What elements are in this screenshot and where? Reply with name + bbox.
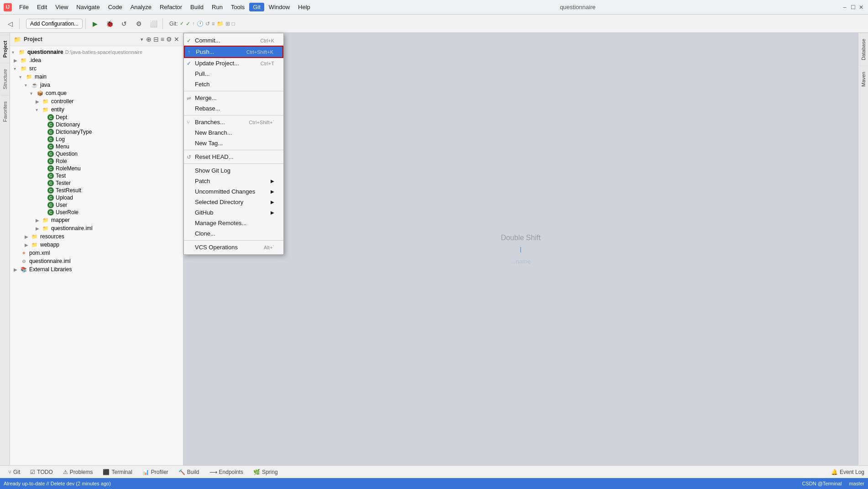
tree-class-tester[interactable]: C Tester	[10, 179, 183, 187]
close-button[interactable]: ✕	[858, 4, 864, 11]
endpoints-bottom-tab[interactable]: ⟶ Endpoints	[205, 468, 248, 476]
build-bottom-tab[interactable]: 🔨 Build	[174, 468, 204, 476]
git-menu-commit[interactable]: ✓ Commit... Ctrl+K	[184, 35, 283, 46]
profiler-bottom-tab[interactable]: 📊 Profiler	[138, 468, 173, 476]
tree-class-test[interactable]: C Test	[10, 172, 183, 179]
profile-button[interactable]: ⚙	[132, 17, 145, 30]
tree-controller-folder[interactable]: ▶ 📁 controller	[10, 97, 183, 105]
git-menu-patch[interactable]: Patch ▶	[184, 176, 283, 186]
debug-button[interactable]: 🐞	[103, 17, 116, 30]
tree-entity-folder[interactable]: ▾ 📁 entity	[10, 105, 183, 114]
favorites-tab[interactable]: Favorites	[0, 95, 10, 127]
add-configuration-button[interactable]: Add Configuration...	[26, 19, 83, 29]
menu-help[interactable]: Help	[294, 3, 314, 11]
window-title: questionnaire	[314, 4, 842, 11]
menu-analyze[interactable]: Analyze	[127, 3, 155, 11]
settings-icon[interactable]: ⚙	[166, 36, 172, 43]
tree-src-folder[interactable]: ▾ 📁 src	[10, 64, 183, 73]
menu-window[interactable]: Window	[265, 3, 293, 11]
project-root[interactable]: ▾ 📁 questionnaire D:\java-baties-space\q…	[10, 48, 183, 56]
tree-class-dictionarytype[interactable]: C DictionaryType	[10, 128, 183, 136]
menu-run[interactable]: Run	[208, 3, 226, 11]
git-menu-merge[interactable]: ⇌ Merge...	[184, 93, 283, 103]
tree-service-folder[interactable]: ▶ 📁 questionnaire.iml	[10, 224, 183, 232]
menu-navigate[interactable]: Navigate	[73, 3, 103, 11]
scroll-from-source-icon[interactable]: ⊕	[146, 36, 152, 43]
maximize-button[interactable]: ☐	[850, 4, 856, 11]
git-menu-selected-dir[interactable]: Selected Directory ▶	[184, 197, 283, 207]
collapse-icon[interactable]: ⊟	[153, 36, 159, 43]
tree-class-role[interactable]: C Role	[10, 158, 183, 165]
terminal-tab-label: Terminal	[111, 469, 132, 475]
project-panel-title: Project	[24, 36, 138, 42]
menu-view[interactable]: View	[52, 3, 72, 11]
status-branch[interactable]: master	[849, 481, 864, 486]
todo-bottom-tab[interactable]: ☑ TODO	[26, 468, 57, 476]
tree-external-libraries[interactable]: ▶ 📚 External Libraries	[10, 265, 183, 273]
tree-class-menu[interactable]: C Menu	[10, 143, 183, 150]
git-menu-branches[interactable]: ⑂ Branches... Ctrl+Shift+`	[184, 117, 283, 127]
userrole-class-icon: C	[47, 209, 54, 216]
git-menu-rebase[interactable]: Rebase...	[184, 103, 283, 114]
tree-java-folder[interactable]: ▾ ☕ java	[10, 81, 183, 89]
build-btn[interactable]: ⬜	[147, 17, 160, 30]
tree-questionnaire-iml[interactable]: ⚙ questionnaire.iml	[10, 257, 183, 265]
git-menu-reset-head[interactable]: ↺ Reset HEAD...	[184, 152, 283, 162]
tree-main-folder[interactable]: ▾ 📁 main	[10, 73, 183, 81]
new-branch-label: New Branch...	[195, 129, 232, 136]
uncommitted-arrow-icon: ▶	[271, 189, 274, 194]
project-tab[interactable]: Project	[0, 35, 10, 63]
menu-git[interactable]: Git	[249, 3, 264, 11]
tree-class-dictionary[interactable]: C Dictionary	[10, 121, 183, 128]
show-git-log-label: Show Git Log	[195, 167, 230, 174]
tree-resources-folder[interactable]: ▶ 📁 resources	[10, 232, 183, 241]
tree-class-dept[interactable]: C Dept	[10, 114, 183, 121]
menu-code[interactable]: Code	[105, 3, 126, 11]
git-menu-fetch[interactable]: Fetch	[184, 79, 283, 89]
database-tab[interactable]: Database	[859, 33, 868, 66]
menu-edit[interactable]: Edit	[33, 3, 51, 11]
filter-icon[interactable]: ≡	[161, 36, 164, 43]
toolbar-back-btn[interactable]: ◁	[4, 17, 16, 30]
menu-build[interactable]: Build	[187, 3, 207, 11]
git-menu-new-tag[interactable]: New Tag...	[184, 138, 283, 148]
event-log-button[interactable]: 🔔 Event Log	[831, 469, 864, 475]
git-menu-vcs-ops[interactable]: VCS Operations Alt+`	[184, 242, 283, 252]
tree-class-testresult[interactable]: C TestResult	[10, 187, 183, 194]
git-menu-github[interactable]: GitHub ▶	[184, 207, 283, 218]
hide-icon[interactable]: ✕	[174, 36, 179, 43]
spring-bottom-tab[interactable]: 🌿 Spring	[249, 468, 282, 476]
run-with-coverage-btn[interactable]: ↺	[118, 17, 131, 30]
git-menu-push[interactable]: ↑ Push... Ctrl+Shift+K	[184, 46, 283, 58]
tree-idea-folder[interactable]: ▶ 📁 .idea	[10, 56, 183, 64]
problems-bottom-tab[interactable]: ⚠ Problems	[58, 468, 98, 476]
git-menu-update[interactable]: ✓ Update Project... Ctrl+T	[184, 58, 283, 68]
terminal-bottom-tab[interactable]: ⬛ Terminal	[98, 468, 136, 476]
git-menu-new-branch[interactable]: New Branch...	[184, 127, 283, 138]
tree-class-upload[interactable]: C Upload	[10, 194, 183, 201]
menu-refactor[interactable]: Refactor	[156, 3, 186, 11]
menu-tools[interactable]: Tools	[227, 3, 248, 11]
git-menu-show-git-log[interactable]: Show Git Log	[184, 165, 283, 176]
git-menu-manage-remotes[interactable]: Manage Remotes...	[184, 218, 283, 228]
tree-class-log[interactable]: C Log	[10, 136, 183, 143]
menu-file[interactable]: File	[16, 3, 32, 11]
git-menu-clone[interactable]: Clone...	[184, 228, 283, 239]
tree-mapper-folder[interactable]: ▶ 📁 mapper	[10, 216, 183, 224]
tree-class-question[interactable]: C Question	[10, 150, 183, 158]
git-bottom-tab[interactable]: ⑂ Git	[4, 468, 25, 476]
maven-tab[interactable]: Maven	[859, 66, 868, 92]
git-menu-pull[interactable]: Pull...	[184, 68, 283, 79]
tree-webapp-folder[interactable]: ▶ 📁 webapp	[10, 241, 183, 249]
git-more-icon: ≡	[212, 21, 215, 27]
event-log-label: Event Log	[840, 469, 864, 475]
tree-class-rolemenu[interactable]: C RoleMenu	[10, 165, 183, 172]
tree-class-user[interactable]: C User	[10, 201, 183, 209]
tree-pom-xml[interactable]: ✦ pom.xml	[10, 249, 183, 257]
tree-class-userrole[interactable]: C UserRole	[10, 209, 183, 216]
run-button[interactable]: ▶	[89, 17, 101, 30]
structure-tab-left[interactable]: Structure	[0, 63, 10, 95]
minimize-button[interactable]: –	[842, 4, 848, 11]
git-menu-uncommitted[interactable]: Uncommitted Changes ▶	[184, 186, 283, 197]
tree-comque-package[interactable]: ▾ 📦 com.que	[10, 89, 183, 97]
